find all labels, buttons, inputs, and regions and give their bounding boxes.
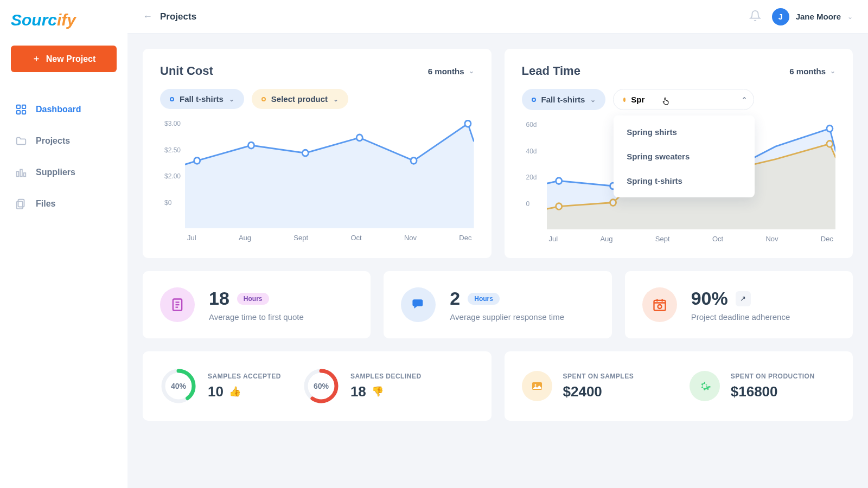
- gear-icon: [690, 371, 720, 401]
- svg-point-13: [411, 157, 417, 164]
- sidebar-item-label: Files: [36, 199, 55, 209]
- dropdown-item[interactable]: Spring sweaters: [614, 144, 755, 169]
- spent-value: $16800: [731, 383, 815, 400]
- sidebar-item-files[interactable]: Files: [0, 188, 127, 220]
- calendar-icon: [642, 287, 677, 322]
- svg-rect-4: [17, 171, 19, 176]
- samples-card: 40% SAMPLES ACCEPTED 10 👍: [143, 351, 492, 421]
- metric-value: 2: [450, 288, 460, 309]
- metric-deadline-adherence: 90% ↗ Project deadline adherence: [625, 271, 853, 338]
- product-chip-select[interactable]: Select product ⌄: [252, 89, 348, 109]
- series-dot-icon: [261, 97, 266, 101]
- metric-supplier-response-time: 2 Hours Average supplier response time: [384, 271, 611, 338]
- svg-rect-0: [17, 105, 20, 108]
- back-arrow-icon[interactable]: ←: [143, 11, 152, 22]
- plus-icon: ＋: [32, 53, 41, 65]
- spent-samples-block: SPENT ON SAMPLES $2400: [522, 368, 668, 404]
- samples-accepted-block: 40% SAMPLES ACCEPTED 10 👍: [160, 368, 281, 404]
- folder-icon: [15, 135, 27, 147]
- svg-rect-6: [24, 173, 26, 176]
- svg-point-12: [356, 134, 362, 141]
- dropdown-item[interactable]: Spring shirts: [614, 120, 755, 144]
- y-axis: $3.00 $2.50 $2.00 $0: [164, 120, 181, 207]
- sidebar-item-label: Dashboard: [36, 105, 81, 114]
- chevron-down-icon: ⌄: [229, 95, 234, 103]
- thumb-down-icon: 👎: [372, 386, 384, 397]
- chevron-up-icon: ⌃: [742, 96, 747, 104]
- product-dropdown: Spring shirts Spring sweaters Spring t-s…: [614, 115, 755, 197]
- thumb-up-icon: 👍: [229, 386, 241, 397]
- svg-point-18: [556, 178, 561, 184]
- username: Jane Moore: [796, 12, 841, 21]
- suppliers-icon: [15, 166, 27, 178]
- chevron-down-icon: ⌄: [847, 13, 853, 21]
- donut-declined: 60%: [303, 368, 340, 404]
- sample-title: SAMPLES DECLINED: [350, 373, 422, 380]
- svg-point-20: [826, 125, 832, 132]
- product-chip-fall-tshirts[interactable]: Fall t-shirts ⌄: [522, 89, 606, 110]
- sample-title: SAMPLES ACCEPTED: [208, 373, 281, 380]
- image-icon: [522, 371, 552, 401]
- svg-rect-8: [17, 201, 23, 209]
- spent-production-block: SPENT ON PRODUCTION $16800: [690, 368, 835, 404]
- dashboard-icon: [15, 104, 27, 115]
- svg-rect-3: [22, 111, 25, 114]
- sidebar-item-suppliers[interactable]: Suppliers: [0, 157, 127, 188]
- nav: Dashboard Projects Suppliers Files: [0, 94, 127, 220]
- metric-value: 18: [209, 288, 229, 309]
- x-axis: Jul Aug Sept Oct Nov Dec: [547, 235, 836, 243]
- breadcrumb-title: Projects: [160, 11, 196, 22]
- spent-title: SPENT ON SAMPLES: [563, 373, 634, 380]
- period-selector[interactable]: 6 months ⌄: [428, 67, 474, 76]
- svg-point-11: [302, 150, 308, 156]
- product-search-chip[interactable]: ⌃ Spring shirts Spring sweaters Spring t…: [613, 89, 754, 110]
- lead-time-card: Lead Time 6 months ⌄ Fall t-shirts ⌄: [505, 49, 853, 258]
- arrow-up-right-icon[interactable]: ↗: [736, 291, 751, 306]
- sidebar-item-projects[interactable]: Projects: [0, 125, 127, 157]
- svg-point-14: [465, 120, 471, 127]
- card-title: Unit Cost: [160, 64, 213, 78]
- metric-pill: Hours: [468, 293, 500, 305]
- chevron-down-icon: ⌄: [333, 95, 339, 103]
- document-icon: [160, 287, 195, 322]
- product-search-input[interactable]: [631, 95, 736, 104]
- chevron-down-icon: ⌄: [590, 96, 596, 104]
- spent-card: SPENT ON SAMPLES $2400 SPENT ON PRODUCTI…: [505, 351, 853, 421]
- metric-time-to-first-quote: 18 Hours Average time to first quote: [143, 271, 371, 338]
- svg-rect-7: [18, 200, 24, 207]
- sample-value: 18: [350, 383, 366, 400]
- sidebar-item-label: Suppliers: [36, 168, 75, 177]
- series-dot-icon: [170, 97, 174, 101]
- topbar: ← Projects J Jane Moore ⌄: [127, 0, 868, 34]
- card-title: Lead Time: [522, 64, 580, 78]
- svg-rect-2: [17, 111, 20, 114]
- sample-value: 10: [208, 383, 224, 400]
- svg-point-29: [534, 384, 536, 386]
- series-dot-icon: [623, 98, 626, 102]
- spent-value: $2400: [563, 383, 634, 400]
- chevron-down-icon: ⌄: [830, 67, 835, 75]
- donut-accepted: 40%: [160, 368, 197, 404]
- svg-rect-1: [22, 105, 25, 108]
- new-project-label: New Project: [46, 54, 96, 64]
- sidebar-item-dashboard[interactable]: Dashboard: [0, 94, 127, 125]
- files-icon: [15, 198, 27, 210]
- dropdown-item[interactable]: Spring t-shirts: [614, 169, 755, 193]
- svg-rect-5: [20, 170, 22, 177]
- chevron-down-icon: ⌄: [469, 67, 474, 75]
- svg-point-23: [658, 305, 661, 309]
- bell-icon[interactable]: [749, 10, 761, 24]
- product-chip-fall-tshirts[interactable]: Fall t-shirts ⌄: [160, 89, 244, 109]
- unit-cost-card: Unit Cost 6 months ⌄ Fall t-shirts ⌄ Sel…: [143, 49, 492, 258]
- user-menu[interactable]: J Jane Moore ⌄: [772, 8, 853, 25]
- sidebar-item-label: Projects: [36, 136, 70, 146]
- breadcrumb: ← Projects: [143, 11, 196, 22]
- metric-label: Average supplier response time: [450, 312, 564, 322]
- new-project-button[interactable]: ＋ New Project: [11, 46, 117, 72]
- samples-declined-block: 60% SAMPLES DECLINED 18 👎: [303, 368, 422, 404]
- brand-logo: Sourcify: [0, 11, 127, 46]
- chat-icon: [401, 287, 436, 322]
- series-dot-icon: [532, 98, 536, 102]
- period-selector[interactable]: 6 months ⌄: [789, 67, 835, 76]
- metric-value: 90%: [691, 288, 728, 309]
